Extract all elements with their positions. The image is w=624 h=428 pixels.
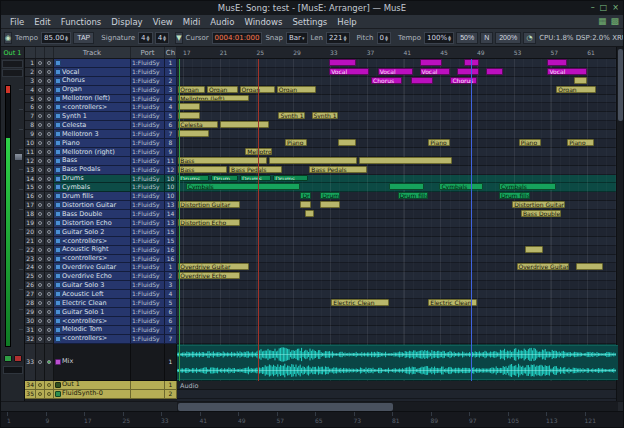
- track-list-row[interactable]: 2Vocal1:FluidSy1: [25, 68, 177, 77]
- mute-icon[interactable]: [45, 219, 54, 228]
- part[interactable]: [574, 77, 587, 84]
- menu-view[interactable]: View: [148, 17, 178, 27]
- mute-icon[interactable]: [45, 299, 54, 308]
- part[interactable]: Distortion Guitar: [178, 201, 240, 208]
- part[interactable]: Piano: [567, 139, 593, 146]
- mute-icon[interactable]: [45, 103, 54, 112]
- part[interactable]: [464, 59, 479, 66]
- part[interactable]: Piano: [428, 139, 450, 146]
- part[interactable]: Vocal: [378, 68, 413, 75]
- part[interactable]: Drum fills: [499, 192, 530, 199]
- track-column-header[interactable]: Track: [54, 47, 131, 58]
- track-list-row[interactable]: 25Overdrive Echo1:FluidSy2: [25, 272, 177, 281]
- track-list-row[interactable]: 8Celesta1:FluidSy6: [25, 121, 177, 130]
- record-arm-icon[interactable]: [36, 299, 45, 308]
- part[interactable]: Drums: [240, 175, 271, 182]
- arranger-track-lane[interactable]: [177, 290, 618, 299]
- record-arm-icon[interactable]: [36, 281, 45, 290]
- track-list-row[interactable]: 9Mellotron 31:FluidSy7: [25, 130, 177, 139]
- track-list-row[interactable]: 7Synth 11:FluidSy5: [25, 112, 177, 121]
- part[interactable]: [338, 139, 356, 146]
- part[interactable]: Mellotron (left): [178, 95, 249, 102]
- part[interactable]: Mellotron (right): [245, 148, 271, 155]
- record-arm-icon[interactable]: [36, 263, 45, 272]
- record-arm-icon[interactable]: [36, 103, 45, 112]
- audio-wave-part[interactable]: [177, 345, 618, 380]
- part[interactable]: [329, 59, 355, 66]
- arranger-track-lane[interactable]: Distortion Echo: [177, 219, 618, 228]
- arranger-track-lane[interactable]: [177, 237, 618, 246]
- track-list-row[interactable]: 22Acoustic Right1:FluidSy16: [25, 246, 177, 255]
- arranger-track-lane[interactable]: DrDrumDrum fillsDrum fills: [177, 192, 618, 201]
- part[interactable]: Piano: [285, 139, 307, 146]
- part[interactable]: Drums: [178, 175, 209, 182]
- track-list-row[interactable]: 28Electric Clean1:FluidSy5: [25, 299, 177, 308]
- record-arm-icon[interactable]: [36, 183, 45, 192]
- arranger-track-lane[interactable]: [177, 326, 618, 335]
- track-list-row[interactable]: 35FluidSynth-02: [25, 390, 177, 399]
- arranger-track-lane[interactable]: DrumsDrumDrumsDrums: [177, 175, 618, 184]
- mute-icon[interactable]: [45, 139, 54, 148]
- menu-edit[interactable]: Edit: [29, 17, 55, 27]
- marker-list-icon[interactable]: ▩: [610, 17, 619, 26]
- part[interactable]: [576, 263, 602, 270]
- len-spinbox[interactable]: 221▲▼: [326, 32, 349, 44]
- mute-icon[interactable]: [45, 263, 54, 272]
- part[interactable]: Drum fills: [398, 192, 429, 199]
- arranger-track-lane[interactable]: [177, 317, 618, 326]
- part[interactable]: Synth 1: [278, 112, 304, 119]
- part[interactable]: Bass Pedals: [229, 166, 282, 173]
- arranger-track-lane[interactable]: [177, 228, 618, 237]
- part[interactable]: Cymbals: [186, 183, 301, 190]
- record-arm-icon[interactable]: [36, 157, 45, 166]
- mute-icon[interactable]: [45, 210, 54, 219]
- part[interactable]: Organ: [207, 86, 238, 93]
- part[interactable]: [525, 246, 543, 253]
- record-arm-icon[interactable]: [36, 68, 45, 77]
- part[interactable]: Drum: [320, 192, 340, 199]
- record-arm-icon[interactable]: [36, 228, 45, 237]
- record-arm-icon[interactable]: [36, 77, 45, 86]
- mute-icon[interactable]: [45, 192, 54, 201]
- strip-track-name[interactable]: Out 1: [1, 47, 24, 59]
- menu-help[interactable]: Help: [332, 17, 361, 27]
- part[interactable]: Bass Double: [521, 210, 561, 217]
- part[interactable]: Cymbals: [439, 183, 483, 190]
- metronome-icon[interactable]: ◉: [4, 32, 12, 44]
- part[interactable]: [220, 121, 269, 128]
- track-list-row[interactable]: 31Melodic Tom1:FluidSy7: [25, 326, 177, 335]
- track-list-row[interactable]: 19Distortion Echo1:FluidSy13: [25, 219, 177, 228]
- menu-midi[interactable]: Midi: [178, 17, 205, 27]
- track-list-row[interactable]: 13Bass Pedals1:FluidSy12: [25, 166, 177, 175]
- track-list-row[interactable]: 6<controllers>1:FluidSy4: [25, 103, 177, 112]
- effect-slot[interactable]: [2, 69, 23, 77]
- tap-button[interactable]: TAP: [73, 32, 94, 44]
- part[interactable]: Vocal: [547, 68, 587, 75]
- tempo-scale-spinbox[interactable]: 100%▲▼: [424, 32, 454, 44]
- arranger-track-lane[interactable]: BassBass PedalsBass Pedals: [177, 166, 618, 175]
- part[interactable]: Bass: [178, 166, 227, 173]
- arranger-track-lane[interactable]: VocalVocalVocalVocal: [177, 68, 618, 77]
- arranger-canvas[interactable]: 172125293337414549535761 Audio VocalVoca…: [177, 47, 618, 401]
- record-arm-icon[interactable]: [36, 219, 45, 228]
- arranger-track-lane[interactable]: Electric CleanElectric Clean: [177, 299, 618, 308]
- part[interactable]: [269, 157, 357, 164]
- record-arm-icon[interactable]: [36, 130, 45, 139]
- part[interactable]: Distortion Guitar: [512, 201, 565, 208]
- mute-icon[interactable]: [45, 95, 54, 104]
- track-list-row[interactable]: 20Guitar Solo 21:FluidSy15: [25, 228, 177, 237]
- record-arm-icon[interactable]: [36, 95, 45, 104]
- record-arm-icon[interactable]: [36, 210, 45, 219]
- track-list-row[interactable]: 33Mix1: [25, 344, 177, 381]
- part[interactable]: Electric Clean: [331, 299, 388, 306]
- mute-icon[interactable]: [45, 77, 54, 86]
- part[interactable]: Organ: [178, 86, 204, 93]
- track-list-row[interactable]: 15Cymbals1:FluidSy10: [25, 183, 177, 192]
- timeline-ruler[interactable]: 172125293337414549535761: [177, 47, 618, 59]
- part[interactable]: [547, 59, 567, 66]
- part[interactable]: Electric Clean: [428, 299, 477, 306]
- mute-icon[interactable]: [45, 86, 54, 95]
- track-list-row[interactable]: 17Distortion Guitar1:FluidSy13: [25, 201, 177, 210]
- track-list-row[interactable]: 4Organ1:FluidSy3: [25, 86, 177, 95]
- mute-icon[interactable]: [45, 246, 54, 255]
